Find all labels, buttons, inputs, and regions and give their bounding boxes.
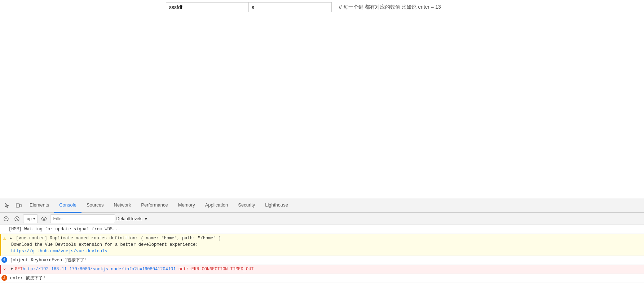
tab-performance[interactable]: Performance	[136, 198, 173, 213]
error-circle-icon: ✕	[3, 266, 6, 273]
console-line-vue-router-warning: ⚠ ▶ [vue-router] Duplicate named routes …	[0, 234, 644, 256]
stop-button[interactable]	[12, 214, 22, 223]
tab-console[interactable]: Console	[54, 198, 81, 213]
get-method-label: GET	[15, 266, 23, 272]
tab-application[interactable]: Application	[200, 198, 233, 213]
default-levels-label: Default levels	[116, 216, 142, 221]
devtools-tab-bar: Elements Console Sources Network Perform…	[0, 198, 644, 213]
vue-router-warning-text: [vue-router] Duplicate named routes defi…	[16, 236, 221, 241]
text-input-1[interactable]	[166, 2, 249, 12]
code-comment: // 每一个键 都有对应的数值 比如说 enter = 13	[339, 4, 441, 10]
hmr-message: [HMR] Waiting for update signal from WDS…	[9, 226, 120, 232]
input-row: // 每一个键 都有对应的数值 比如说 enter = 13	[166, 2, 441, 12]
page-content: // 每一个键 都有对应的数值 比如说 enter = 13	[0, 0, 644, 198]
tab-security[interactable]: Security	[233, 198, 260, 213]
console-line-hmr: [HMR] Waiting for update signal from WDS…	[0, 225, 644, 234]
expand-arrow-icon[interactable]: ▶	[10, 236, 12, 240]
console-messages-area: [HMR] Waiting for update signal from WDS…	[0, 225, 644, 297]
enter-pressed-text: enter 被按下了!	[10, 275, 45, 282]
tab-network[interactable]: Network	[109, 198, 136, 213]
context-selector[interactable]: top ▼	[23, 214, 38, 223]
keyboard-event-text: [object KeyboardEvent]被按下了!	[10, 257, 87, 263]
net-error-text: net::ERR_CONNECTION_TIMED_OUT	[176, 266, 254, 272]
text-input-2[interactable]	[249, 2, 332, 12]
tab-elements[interactable]: Elements	[25, 198, 54, 213]
console-toolbar: top ▼ Default levels ▼	[0, 213, 644, 225]
count-badge-3: 3	[1, 275, 7, 281]
inspect-element-button[interactable]	[1, 200, 13, 211]
context-value: top	[26, 216, 32, 221]
devtools-ext-text: Download the Vue Devtools extension for …	[10, 242, 198, 247]
console-line-enter-pressed: 3 enter 被按下了!	[0, 274, 644, 283]
console-line-keyboard-event: 6 [object KeyboardEvent]被按下了!	[0, 256, 644, 265]
expand-arrow-error-icon[interactable]: ▶	[11, 266, 13, 271]
default-levels-arrow-icon: ▼	[144, 216, 148, 221]
count-badge-6: 6	[1, 257, 7, 263]
tab-lighthouse[interactable]: Lighthouse	[260, 198, 293, 213]
svg-rect-0	[16, 204, 19, 207]
svg-point-6	[43, 218, 45, 220]
warning-triangle-icon: ⚠	[3, 235, 6, 242]
get-request-link[interactable]: http://192.168.11.179:8080/sockjs-node/i…	[23, 266, 176, 272]
tab-sources[interactable]: Sources	[81, 198, 109, 213]
svg-line-5	[16, 218, 18, 220]
chevron-down-icon: ▼	[32, 217, 36, 221]
device-toolbar-button[interactable]	[13, 200, 25, 211]
console-line-get-error: ✕ ▶ GET http://192.168.11.179:8080/sockj…	[0, 265, 644, 274]
vue-devtools-link[interactable]: https://github.com/vuejs/vue-devtools	[10, 249, 107, 254]
filter-input[interactable]	[50, 214, 115, 223]
devtools-panel: Elements Console Sources Network Perform…	[0, 198, 644, 297]
clear-console-button[interactable]	[1, 214, 11, 223]
svg-rect-1	[20, 204, 21, 207]
tab-memory[interactable]: Memory	[173, 198, 200, 213]
default-levels-selector[interactable]: Default levels ▼	[116, 216, 148, 221]
eye-button[interactable]	[39, 214, 49, 223]
